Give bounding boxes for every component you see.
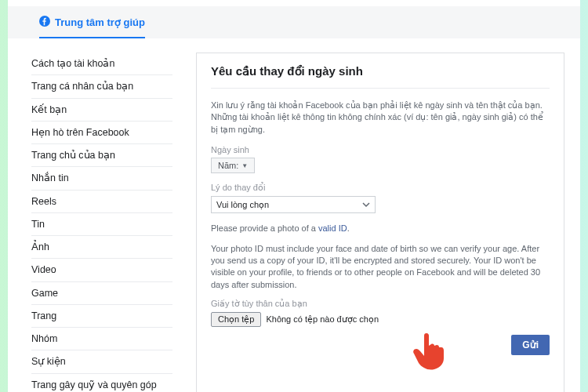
sidebar-item-groups[interactable]: Nhóm [31, 328, 172, 350]
file-upload-row: Chọn tệp Không có tệp nào được chọn [211, 312, 550, 327]
birthday-label: Ngày sinh [211, 145, 550, 154]
choose-file-button[interactable]: Chọn tệp [211, 312, 261, 327]
page-title: Yêu cầu thay đổi ngày sinh [211, 64, 550, 89]
sidebar-item-games[interactable]: Game [31, 282, 172, 305]
chevron-down-icon: ▼ [241, 162, 248, 169]
sidebar-item-create-account[interactable]: Cách tạo tài khoản [31, 53, 172, 75]
id-label: Giấy tờ tùy thân của bạn [211, 299, 550, 309]
sidebar-item-fundraisers[interactable]: Trang gây quỹ và quyên góp [31, 374, 172, 393]
notice-text: Xin lưu ý rằng tài khoản Facebook của bạ… [211, 100, 550, 136]
help-center-label: Trung tâm trợ giúp [55, 16, 145, 28]
facebook-icon [39, 16, 50, 29]
photo-prompt: Please provide a photo of a valid ID. [211, 223, 550, 234]
sidebar-item-videos[interactable]: Video [31, 259, 172, 281]
submit-button[interactable]: Gửi [511, 335, 550, 355]
sidebar-item-messaging[interactable]: Nhắn tin [31, 167, 172, 190]
year-select-label: Năm: [218, 161, 238, 170]
sidebar-item-reels[interactable]: Reels [31, 191, 172, 213]
reason-label: Lý do thay đổi [211, 183, 550, 193]
valid-id-link[interactable]: valid ID [318, 223, 347, 233]
sidebar-item-dating[interactable]: Hẹn hò trên Facebook [31, 122, 172, 144]
sidebar-item-homepage[interactable]: Trang chủ của bạn [31, 144, 172, 167]
sidebar-item-profile[interactable]: Trang cá nhân của bạn [31, 75, 172, 98]
content-panel: Yêu cầu thay đổi ngày sinh Xin lưu ý rằn… [196, 53, 564, 392]
photo-instructions: Your photo ID must include your face and… [211, 243, 550, 292]
file-none-text: Không có tệp nào được chọn [266, 314, 379, 325]
reason-select[interactable]: Vui lòng chọn [211, 196, 376, 213]
topbar: Trung tâm trợ giúp [8, 6, 580, 38]
sidebar-item-friends[interactable]: Kết bạn [31, 99, 172, 122]
sidebar-item-events[interactable]: Sự kiện [31, 350, 172, 373]
sidebar-item-pages[interactable]: Trang [31, 305, 172, 328]
sidebar-item-photos[interactable]: Ảnh [31, 236, 172, 259]
help-center-link[interactable]: Trung tâm trợ giúp [39, 16, 145, 38]
sidebar-item-stories[interactable]: Tin [31, 213, 172, 236]
sidebar: Cách tạo tài khoản Trang cá nhân của bạn… [31, 53, 172, 392]
year-select[interactable]: Năm: ▼ [211, 158, 255, 173]
